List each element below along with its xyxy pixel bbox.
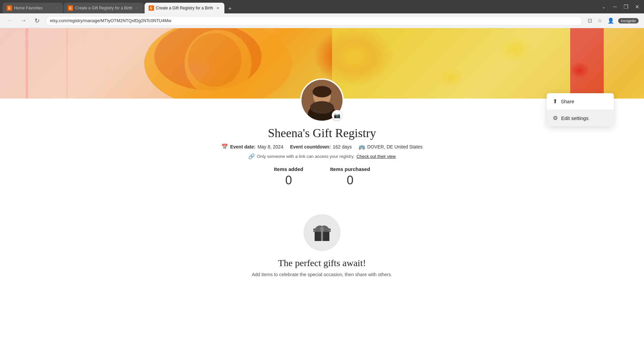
link-icon: 🔗 bbox=[248, 153, 255, 160]
tab-title-2: Create a Gift Registry for a Birth bbox=[75, 6, 132, 10]
stats-row: Items added 0 Items purchased 0 bbox=[274, 166, 370, 187]
svg-rect-5 bbox=[604, 28, 644, 99]
event-date-label: Event date: bbox=[230, 144, 255, 149]
minimize-button[interactable]: ─ bbox=[611, 3, 619, 11]
browser-chrome: E Home Favorites ✕ E Create a Gift Regis… bbox=[0, 0, 644, 13]
registry-meta: 📅 Event date: May 8, 2024 Event countdow… bbox=[221, 143, 423, 150]
tab-title-1: Home Favorites bbox=[14, 6, 52, 10]
calendar-icon: 📅 bbox=[221, 143, 228, 150]
countdown-item: Event countdown: 162 days bbox=[290, 144, 352, 149]
close-button[interactable]: ✕ bbox=[633, 3, 641, 11]
camera-button[interactable]: 📷 bbox=[332, 110, 342, 121]
svg-point-15 bbox=[310, 101, 334, 114]
gift-icon bbox=[312, 223, 332, 243]
items-added-value: 0 bbox=[274, 173, 304, 187]
forward-button[interactable]: → bbox=[19, 16, 28, 25]
address-bar: ← → ↻ etsy.com/registry/manage/MTIyOTM2N… bbox=[0, 13, 644, 28]
dropdown-menu: ⬆ Share ⚙ Edit settings bbox=[547, 93, 614, 126]
tab-close-2[interactable]: ✕ bbox=[135, 5, 140, 11]
empty-state: The perfect gifts await! Add items to ce… bbox=[0, 207, 644, 284]
window-controls: ─ ❐ ✕ bbox=[611, 3, 641, 11]
cast-icon[interactable]: ⊡ bbox=[586, 16, 593, 25]
tab-registry-3[interactable]: E Create a Gift Registry for a Birth ✕ bbox=[145, 3, 225, 13]
items-purchased-label: Items purchased bbox=[330, 166, 370, 172]
privacy-text: Only someone with a link can access your… bbox=[257, 154, 355, 159]
tab-favicon-2: E bbox=[68, 5, 73, 11]
tab-title-3: Create a Gift Registry for a Birth bbox=[156, 6, 213, 10]
share-label: Share bbox=[561, 99, 574, 104]
items-purchased-stat: Items purchased 0 bbox=[330, 166, 370, 187]
svg-point-22 bbox=[320, 227, 324, 230]
bookmark-icon[interactable]: ☆ bbox=[596, 16, 603, 25]
check-view-link[interactable]: Check out their view bbox=[357, 154, 396, 159]
countdown-label: Event countdown: bbox=[290, 144, 331, 149]
tab-favicon-3: E bbox=[149, 5, 154, 11]
svg-point-14 bbox=[313, 86, 331, 98]
edit-settings-label: Edit settings bbox=[561, 115, 589, 121]
gear-icon: ⚙ bbox=[553, 115, 558, 122]
tab-home-favorites[interactable]: E Home Favorites ✕ bbox=[3, 3, 63, 13]
event-date-item: 📅 Event date: May 8, 2024 bbox=[221, 143, 283, 150]
edit-settings-menu-item[interactable]: ⚙ Edit settings bbox=[547, 110, 614, 126]
privacy-note: 🔗 Only someone with a link can access yo… bbox=[248, 153, 396, 160]
new-tab-button[interactable]: + bbox=[225, 4, 234, 13]
share-icon: ⬆ bbox=[553, 98, 557, 105]
avatar-wrapper: 📷 bbox=[300, 78, 344, 122]
address-icons: ⊡ ☆ 👤 Incognito bbox=[586, 16, 639, 25]
countdown-value: 162 days bbox=[333, 144, 352, 149]
items-purchased-value: 0 bbox=[330, 173, 370, 187]
tab-dropdown-button[interactable]: ⌄ bbox=[599, 3, 608, 11]
share-menu-item[interactable]: ⬆ Share bbox=[547, 93, 614, 110]
svg-point-10 bbox=[188, 33, 241, 87]
location-item: 🚌 DOVER, DE United States bbox=[359, 143, 423, 150]
profile-icon[interactable]: 👤 bbox=[606, 16, 615, 25]
reload-button[interactable]: ↻ bbox=[32, 16, 42, 25]
tab-registry-2[interactable]: E Create a Gift Registry for a Birth ✕ bbox=[64, 3, 144, 13]
gift-icon-circle bbox=[304, 214, 340, 251]
maximize-button[interactable]: ❐ bbox=[622, 3, 630, 11]
items-added-label: Items added bbox=[274, 166, 304, 172]
empty-subtitle: Add items to celebrate the special occas… bbox=[252, 272, 392, 277]
url-text: etsy.com/registry/manage/MTIyOTM2NTQxfDg… bbox=[50, 18, 171, 23]
address-input[interactable]: etsy.com/registry/manage/MTIyOTM2NTQxfDg… bbox=[46, 16, 582, 25]
page-content: 📷 Sheena's Gift Registry 📅 Event date: M… bbox=[0, 28, 644, 362]
tab-close-1[interactable]: ✕ bbox=[54, 5, 59, 11]
items-added-stat: Items added 0 bbox=[274, 166, 304, 187]
event-date-value: May 8, 2024 bbox=[258, 144, 283, 149]
tab-favicon-1: E bbox=[7, 5, 12, 11]
location-text: DOVER, DE United States bbox=[367, 144, 423, 149]
back-button[interactable]: ← bbox=[5, 16, 15, 25]
empty-title: The perfect gifts await! bbox=[278, 258, 366, 268]
location-icon: 🚌 bbox=[359, 143, 365, 150]
incognito-badge[interactable]: Incognito bbox=[618, 18, 639, 23]
tab-close-3[interactable]: ✕ bbox=[215, 5, 220, 11]
registry-title: Sheena's Gift Registry bbox=[268, 126, 376, 140]
tab-bar: E Home Favorites ✕ E Create a Gift Regis… bbox=[3, 0, 599, 13]
